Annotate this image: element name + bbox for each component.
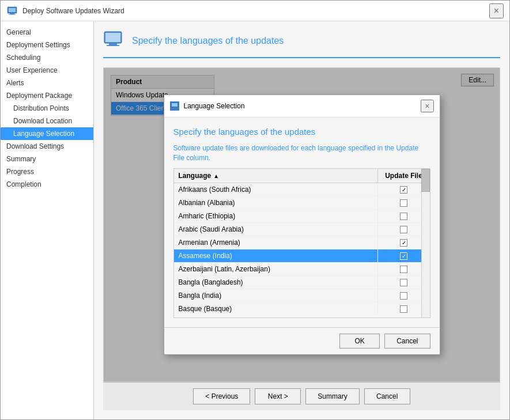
sidebar: General Deployment Settings Scheduling U… [1,21,94,419]
title-bar-text: Deploy Software Updates Wizard [22,7,485,15]
modal-description: Software update files are downloaded for… [173,143,430,163]
modal-title: Language Selection [184,102,417,110]
sidebar-item-scheduling[interactable]: Scheduling [1,51,93,64]
language-table: Language ▲ Update File Afrikaans (South … [173,168,430,318]
svg-rect-9 [172,103,177,107]
lang-name-bangla-in: Bangla (India) [174,289,378,302]
app-icon [6,5,18,17]
modal-close-button[interactable]: × [421,100,433,112]
checkbox-bangla-bd[interactable] [400,279,407,286]
sidebar-item-summary[interactable]: Summary [1,153,93,165]
modal-title-bar: Language Selection × [164,95,440,118]
summary-button[interactable]: Summary [305,388,359,404]
checkbox-amharic[interactable] [400,213,407,220]
main-body: Edit... Product Windows Update Office 36… [103,67,500,382]
content-area: General Deployment Settings Scheduling U… [1,21,509,419]
checkbox-basque[interactable] [400,305,407,313]
page-header: Specify the languages of the updates [103,31,500,58]
lang-row-basque[interactable]: Basque (Basque) [174,302,430,315]
checkbox-albanian[interactable] [400,199,407,207]
lang-row-amharic[interactable]: Amharic (Ethiopia) [174,210,430,223]
lang-row-armenian[interactable]: Armenian (Armenia) [174,236,430,249]
checkbox-assamese[interactable] [400,252,407,260]
lang-name-afrikaans: Afrikaans (South Africa) [174,183,378,196]
next-button[interactable]: Next > [255,388,301,404]
modal-subtitle: Specify the languages of the updates [173,127,430,137]
lang-name-arabic: Arabic (Saudi Arabia) [174,223,378,236]
language-selection-modal: Language Selection × Specify the languag… [164,94,440,355]
lang-name-bangla-bd: Bangla (Bangladesh) [174,276,378,289]
svg-rect-1 [9,8,16,12]
page-header-title: Specify the languages of the updates [132,36,284,46]
sidebar-item-alerts[interactable]: Alerts [1,77,93,89]
modal-desc-end: column. [184,154,210,162]
checkbox-arabic[interactable] [400,226,407,233]
modal-cancel-button[interactable]: Cancel [384,334,430,349]
lang-row-assamese[interactable]: Assamese (India) [174,249,430,263]
lang-row-albanian[interactable]: Albanian (Albania) [174,196,430,210]
sidebar-item-distribution-points[interactable]: Distribution Points [1,102,93,115]
modal-icon [170,101,179,111]
lang-name-basque: Basque (Basque) [174,302,378,315]
sidebar-item-language-selection[interactable]: Language Selection [1,127,93,140]
col-lang-header: Language ▲ [174,169,378,183]
checkbox-bangla-in[interactable] [400,292,407,300]
svg-rect-6 [109,43,117,45]
sidebar-item-progress[interactable]: Progress [1,165,93,178]
sort-arrow-icon: ▲ [213,173,219,179]
main-area: Specify the languages of the updates Edi… [94,21,509,419]
lang-row-bangla-in[interactable]: Bangla (India) [174,289,430,302]
checkbox-afrikaans[interactable] [400,186,407,194]
lang-name-amharic: Amharic (Ethiopia) [174,210,378,222]
lang-name-albanian: Albanian (Albania) [174,196,378,209]
title-bar: Deploy Software Updates Wizard × [1,1,509,21]
checkbox-armenian[interactable] [400,239,407,247]
modal-body: Specify the languages of the updates Sof… [164,118,440,328]
svg-rect-3 [9,14,16,14]
modal-overlay: Language Selection × Specify the languag… [104,68,500,381]
lang-row-afrikaans[interactable]: Afrikaans (South Africa) [174,183,430,196]
modal-footer: OK Cancel [164,327,440,354]
sidebar-item-general[interactable]: General [1,26,93,39]
svg-rect-2 [10,13,14,14]
cancel-button[interactable]: Cancel [364,388,410,404]
lang-row-bangla-bd[interactable]: Bangla (Bangladesh) [174,276,430,289]
modal-desc-text: Software update files are downloaded for… [173,144,396,152]
lang-name-azerbaijani: Azerbaijani (Latin, Azerbaijan) [174,263,378,275]
modal-ok-button[interactable]: OK [339,334,380,349]
lang-name-assamese: Assamese (India) [174,249,378,262]
lang-row-arabic[interactable]: Arabic (Saudi Arabia) [174,223,430,236]
svg-rect-10 [173,107,176,108]
language-table-body: Afrikaans (South Africa) Albanian (Alban… [174,183,430,315]
main-window: Deploy Software Updates Wizard × General… [0,0,510,420]
sidebar-item-download-settings[interactable]: Download Settings [1,140,93,153]
title-close-button[interactable]: × [489,3,504,18]
svg-rect-7 [107,45,119,46]
sidebar-item-completion[interactable]: Completion [1,178,93,191]
language-table-header: Language ▲ Update File [174,169,430,183]
page-header-icon [103,31,126,51]
checkbox-azerbaijani[interactable] [400,266,407,273]
sidebar-item-deployment-package[interactable]: Deployment Package [1,89,93,102]
svg-rect-5 [105,33,120,42]
bottom-toolbar: < Previous Next > Summary Cancel [103,382,500,410]
lang-row-azerbaijani[interactable]: Azerbaijani (Latin, Azerbaijan) [174,263,430,276]
scrollbar-thumb[interactable] [421,169,430,192]
prev-button[interactable]: < Previous [193,388,250,404]
sidebar-item-deployment-settings[interactable]: Deployment Settings [1,39,93,51]
scrollbar-track[interactable] [421,169,430,317]
lang-name-armenian: Armenian (Armenia) [174,236,378,249]
sidebar-item-user-experience[interactable]: User Experience [1,64,93,77]
col-lang-label: Language [179,172,211,180]
svg-rect-11 [172,108,177,108]
sidebar-item-download-location[interactable]: Download Location [1,115,93,127]
